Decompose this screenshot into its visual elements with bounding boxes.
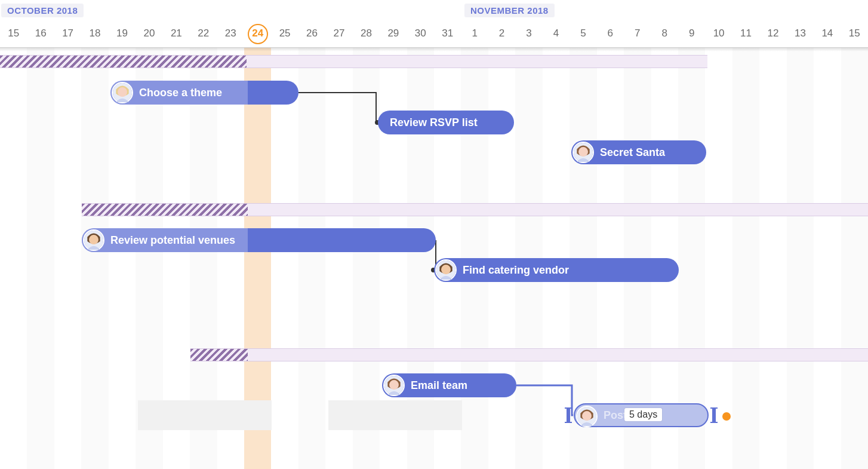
day-cell[interactable]: 8 [651, 19, 678, 48]
day-cell[interactable]: 21 [163, 19, 190, 48]
task-review-rsvp[interactable]: Review RSVP list [378, 111, 514, 134]
task-label: Secret Santa [600, 146, 665, 159]
svg-point-13 [582, 411, 592, 421]
selection-bg-2 [328, 400, 462, 430]
task-label: Find catering vendor [463, 264, 569, 277]
svg-point-9 [441, 265, 451, 274]
day-cell[interactable]: 27 [325, 19, 352, 48]
day-cell[interactable]: 24 [244, 19, 271, 48]
summary-progress-3 [190, 349, 248, 361]
task-label: Choose a theme [139, 87, 222, 99]
avatar-icon [112, 82, 133, 103]
avatar-icon [435, 259, 457, 281]
task-label: Review RSVP list [390, 117, 478, 129]
header-shadow [0, 48, 868, 51]
svg-point-5 [578, 147, 588, 157]
day-cell[interactable]: 15 [841, 19, 868, 48]
day-cell[interactable]: 13 [787, 19, 814, 48]
day-cell[interactable]: 4 [543, 19, 570, 48]
summary-bar-3[interactable] [190, 348, 868, 361]
day-cell[interactable]: 16 [27, 19, 54, 48]
month-label-oct: OCTOBER 2018 [1, 4, 84, 17]
summary-progress-2 [82, 204, 248, 216]
day-cell[interactable]: 15 [0, 19, 27, 48]
today-ring-icon [248, 24, 268, 44]
timeline-header: OCTOBER 2018 NOVEMBER 2018 1516171819202… [0, 0, 868, 48]
month-row: OCTOBER 2018 NOVEMBER 2018 [0, 0, 868, 19]
task-choose-theme[interactable]: Choose a theme [110, 81, 298, 105]
day-cell[interactable]: 1 [461, 19, 488, 48]
day-cell[interactable]: 12 [759, 19, 786, 48]
task-review-venues[interactable]: Review potential venues [82, 228, 436, 252]
summary-progress-1 [0, 56, 247, 68]
milestone-dot[interactable] [722, 412, 731, 421]
task-label: Post [604, 409, 627, 422]
avatar-icon [83, 229, 104, 251]
svg-point-11 [389, 380, 399, 390]
task-label: Review potential venues [110, 234, 235, 247]
day-cell[interactable]: 3 [515, 19, 542, 48]
task-label: Email team [411, 379, 467, 392]
task-find-catering[interactable]: Find catering vendor [434, 258, 679, 282]
day-cell[interactable]: 14 [814, 19, 841, 48]
day-cell[interactable]: 22 [190, 19, 217, 48]
gantt-canvas[interactable]: Choose a theme Review RSVP list Secret S… [0, 48, 868, 469]
day-cell[interactable]: 31 [434, 19, 461, 48]
day-cell[interactable]: 9 [678, 19, 705, 48]
resize-handle-left[interactable] [567, 408, 570, 422]
day-cell[interactable]: 20 [136, 19, 162, 48]
svg-point-3 [118, 87, 127, 97]
day-cell[interactable]: 18 [81, 19, 108, 48]
avatar-icon [572, 142, 594, 163]
day-cell[interactable]: 19 [109, 19, 136, 48]
day-cell[interactable]: 29 [380, 19, 407, 48]
day-cell[interactable]: 11 [732, 19, 759, 48]
day-cell[interactable]: 5 [570, 19, 596, 48]
day-cell[interactable]: 25 [271, 19, 298, 48]
selection-bg-1 [138, 400, 272, 430]
duration-tooltip: 5 days [624, 408, 662, 421]
task-secret-santa[interactable]: Secret Santa [571, 140, 706, 164]
avatar-icon [383, 375, 405, 396]
day-cell[interactable]: 23 [217, 19, 244, 48]
day-cell[interactable]: 6 [597, 19, 624, 48]
day-cell[interactable]: 7 [624, 19, 651, 48]
day-cell[interactable]: 2 [488, 19, 515, 48]
month-label-nov: NOVEMBER 2018 [464, 4, 555, 17]
day-cell[interactable]: 28 [353, 19, 380, 48]
summary-bar-1[interactable] [0, 55, 707, 68]
day-row[interactable]: 1516171819202122232425262728293031123456… [0, 19, 868, 48]
task-email-team[interactable]: Email team [382, 373, 516, 397]
day-cell[interactable]: 30 [407, 19, 434, 48]
day-cell[interactable]: 17 [54, 19, 81, 48]
svg-point-7 [89, 235, 99, 244]
resize-handle-right[interactable] [712, 408, 716, 422]
summary-bar-2[interactable] [82, 203, 868, 216]
day-cell[interactable]: 26 [298, 19, 325, 48]
day-cell[interactable]: 10 [705, 19, 732, 48]
avatar-icon [576, 406, 598, 427]
